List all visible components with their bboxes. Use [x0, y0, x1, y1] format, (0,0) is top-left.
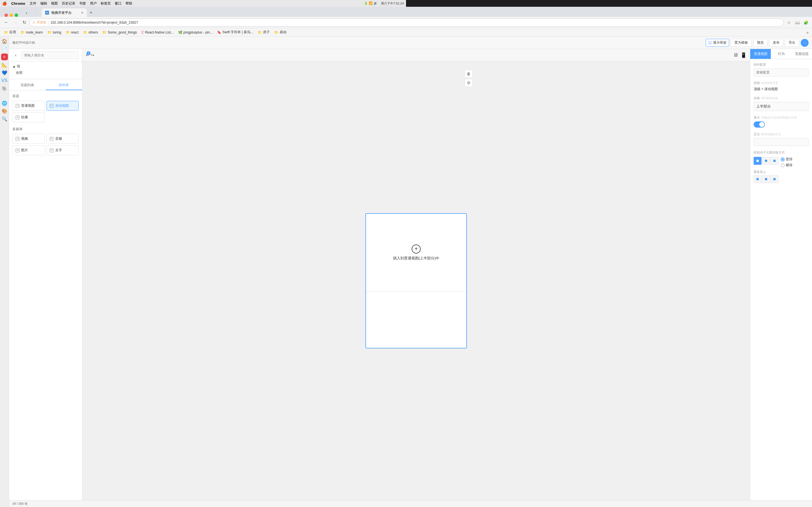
component-scroll-view[interactable]: ☐ 滚动视图 — [47, 101, 79, 111]
redo-button[interactable]: ↪ — [91, 52, 94, 58]
clock: 周六下午7:51:24 — [381, 1, 404, 6]
tab-title: 拖拽开发平台 — [51, 10, 71, 15]
link-icon: 🌿 — [178, 31, 183, 34]
new-tab-button[interactable]: + — [87, 8, 95, 17]
tree-item-group[interactable]: ▲ 组 — [12, 63, 79, 69]
comp-icon-audio: ☐ — [50, 137, 54, 141]
url-text: 192.168.0.104:8088/#/workbench?id=projec… — [50, 20, 138, 24]
hierarchy-section: ▲ 组 全部 — [9, 61, 82, 78]
component-video[interactable]: ☐ 视频 — [12, 134, 45, 144]
address-toolbar: ← → ↻ ⚠ 不安全 | 192.168.0.104:8088/#/workb… — [0, 17, 406, 28]
bookmark-yidong[interactable]: 📁 易动 — [273, 29, 288, 35]
bookmark-pingplusplus[interactable]: 🌿 pingplusplus - pin... — [176, 30, 214, 35]
forward-button[interactable]: → — [11, 18, 19, 26]
menu-help[interactable]: 帮助 — [125, 1, 132, 6]
bookmarks-bar: 📁 应用 📁 node_learn 📁 turing 📁 react 📁 oth… — [0, 28, 406, 37]
project-name-input[interactable] — [21, 51, 79, 59]
canvas-toolbar: ↩ 4 ↪ 🖥 📱 — [82, 49, 406, 61]
fullscreen-button[interactable] — [15, 13, 18, 17]
insert-hint: + 插入到普通视图(上半部分)中 — [393, 244, 406, 254]
undo-button[interactable]: ↩ 4 — [86, 52, 89, 58]
tab-page-list[interactable]: 页面列表 — [9, 80, 46, 90]
bookmark-react[interactable]: 📁 react — [64, 30, 80, 35]
menu-file[interactable]: 文件 — [30, 1, 36, 6]
folder-icon: 📁 — [47, 31, 52, 34]
menu-history[interactable]: 历史记录 — [62, 1, 75, 6]
sidebar-icon-8[interactable]: 🌐 — [1, 100, 8, 107]
sidebar-icon-1[interactable]: 🏠 — [1, 38, 8, 45]
folder-icon: 📁 — [20, 31, 25, 34]
bookmark-some-good-things[interactable]: 📁 Some_good_things — [101, 30, 139, 35]
tab-close-button[interactable]: × — [81, 10, 84, 15]
menu-user[interactable]: 用户 — [90, 1, 97, 6]
component-audio[interactable]: ☐ 音频 — [47, 134, 79, 144]
bookmark-apps[interactable]: 📁 应用 — [2, 29, 18, 35]
sidebar-icon-10[interactable]: 🔍 — [1, 115, 8, 122]
menu-edit[interactable]: 编辑 — [40, 1, 47, 6]
bookmark-react-native[interactable]: C React-Native List... — [140, 30, 175, 35]
component-image[interactable]: ☐ 图片 — [12, 145, 45, 155]
separator — [9, 79, 82, 79]
menu-tabs[interactable]: 标签页 — [101, 1, 111, 6]
component-carousel[interactable]: ☐ 轮播 — [12, 112, 45, 122]
reload-button[interactable]: ↻ — [20, 18, 28, 26]
tree-item-label-all: 全部 — [16, 70, 22, 75]
link-icon: 🔖 — [217, 31, 221, 34]
security-label: 不安全 — [37, 20, 46, 24]
nav-forward-button[interactable]: › — [32, 9, 40, 17]
folder-icon: 📁 — [258, 31, 262, 34]
close-button[interactable] — [4, 13, 8, 17]
minimize-button[interactable] — [10, 13, 13, 17]
tree-toggle-icon: ▲ — [12, 64, 16, 68]
tab-control-library[interactable]: 控件库 — [46, 80, 82, 90]
component-list: 容器 ☐ 普通视图 ☐ 滚动视图 ☐ — [9, 91, 82, 253]
bookmark-turing[interactable]: 📁 turing — [46, 30, 63, 35]
component-normal-view[interactable]: ☐ 普通视图 — [12, 101, 45, 111]
bookmark-node-learn[interactable]: 📁 node_learn — [19, 30, 45, 35]
main-area: ‹ ▲ 组 全部 页面列 — [9, 49, 406, 253]
menu-window[interactable]: 窗口 — [115, 1, 121, 6]
media-grid: ☐ 视频 ☐ 音频 ☐ 图片 — [12, 134, 79, 155]
folder-icon: 📁 — [274, 31, 278, 34]
tree-item-label: 组 — [17, 64, 20, 69]
bookmark-others[interactable]: 📁 others — [82, 30, 100, 35]
status-icons: 🔋 📶 🔊 — [364, 1, 377, 6]
sidebar-icon-4[interactable]: 📐 — [1, 61, 8, 68]
canvas-content: 🗑 ⚙ + 插入到普通视图(上半部分)中 — [82, 61, 406, 253]
app-name: Chrome — [11, 1, 25, 6]
security-icon: ⚠ — [33, 20, 35, 24]
comp-icon-image: ☐ — [15, 149, 19, 152]
sidebar-icon-7[interactable]: 🐘 — [1, 85, 8, 92]
left-panel-back-button[interactable]: ‹ — [12, 52, 19, 59]
sidebar-icon-2[interactable]: 📄 — [1, 46, 8, 52]
folder-icon: 📁 — [83, 31, 87, 34]
bookmark-swift[interactable]: 🔖 Swift 字符串 | 菜鸟... — [215, 29, 255, 35]
menu-bookmarks[interactable]: 书签 — [79, 1, 86, 6]
folder-icon: 📁 — [4, 31, 8, 34]
folder-icon: 📁 — [66, 31, 70, 34]
canvas-toolbar-left: ↩ 4 ↪ — [86, 52, 94, 58]
phone-top-section[interactable]: + 插入到普通视图(上半部分)中 — [366, 214, 406, 253]
comp-icon-carousel: ☐ — [15, 115, 19, 119]
apple-menu[interactable]: 🍎 — [2, 1, 7, 6]
link-icon: C — [142, 31, 144, 34]
sidebar-icon-5[interactable]: 💙 — [1, 69, 8, 76]
component-text[interactable]: ☐ 文字 — [47, 145, 79, 155]
container-grid: ☐ 普通视图 ☐ 滚动视图 ☐ 轮播 — [12, 101, 79, 122]
sidebar-icon-3[interactable]: R — [1, 54, 8, 60]
browser-tab[interactable]: H 拖拽开发平台 × — [42, 8, 87, 17]
app-logo: 魏宏宇H5设计稿 — [12, 41, 35, 45]
tree-item-all[interactable]: 全部 — [12, 69, 79, 76]
undo-count-badge: 4 — [87, 51, 91, 55]
bookmark-house[interactable]: 📁 房子 — [256, 29, 271, 35]
sidebar-icon-6[interactable]: VS — [1, 77, 8, 84]
comp-icon-video: ☐ — [15, 137, 19, 141]
menu-view[interactable]: 视图 — [51, 1, 58, 6]
tab-favicon: H — [45, 11, 49, 15]
address-bar[interactable]: ⚠ 不安全 | 192.168.0.104:8088/#/workbench?i… — [29, 18, 406, 26]
comp-icon-text: ☐ — [50, 149, 54, 152]
sidebar-icon-9[interactable]: 🎨 — [1, 108, 8, 114]
traffic-lights — [2, 13, 20, 17]
back-button[interactable]: ← — [2, 18, 10, 26]
nav-back-button[interactable]: ‹ — [22, 9, 31, 17]
